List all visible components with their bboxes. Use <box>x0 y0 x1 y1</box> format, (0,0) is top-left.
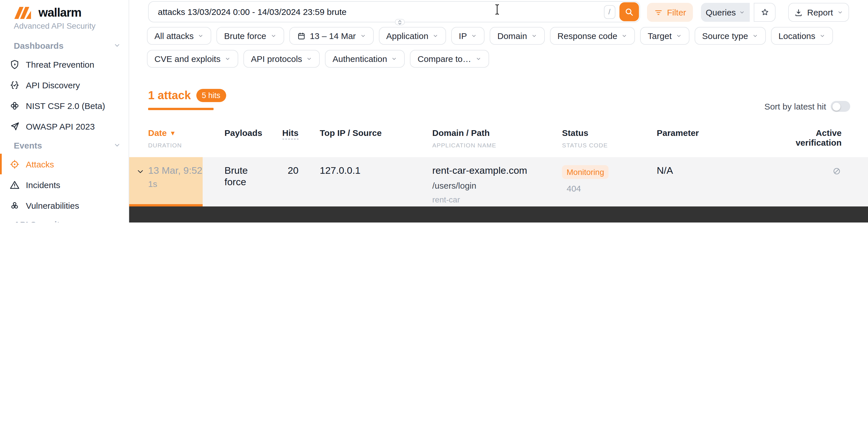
sidebar-item-owasp-api-2023[interactable]: OWASP API 2023 <box>0 116 129 136</box>
column-hits[interactable]: Hits <box>266 122 299 157</box>
filter-chip-locations[interactable]: Locations <box>771 27 833 45</box>
filter-chip-domain[interactable]: Domain <box>490 27 545 45</box>
attack-path: /users/login <box>432 181 562 191</box>
chevron-down-icon <box>837 9 843 15</box>
column-top-ip-source[interactable]: Top IP / Source <box>320 122 432 157</box>
filter-chip-cve-and-exploits[interactable]: CVE and exploits <box>147 50 238 68</box>
chevron-down-icon <box>471 33 477 39</box>
filter-icon <box>654 8 663 17</box>
sidebar-item-attacks[interactable]: Attacks <box>0 154 129 174</box>
filter-chip-target[interactable]: Target <box>640 27 689 45</box>
attack-hits: 20 <box>266 157 299 206</box>
chevron-down-icon <box>752 33 758 39</box>
sort-by-latest-hit: Sort by latest hit <box>764 101 850 112</box>
req-column-date[interactable]: Date▼ <box>326 222 389 222</box>
filter-chip-authentication[interactable]: Authentication <box>325 50 405 68</box>
sort-toggle[interactable] <box>831 101 850 112</box>
chevron-down-icon <box>270 33 276 39</box>
column-status[interactable]: Status STATUS CODE <box>562 122 657 157</box>
search-bar: / <box>148 1 640 22</box>
sidebar-item-api-discovery[interactable]: API Discovery <box>0 74 129 95</box>
collapse-icon[interactable] <box>136 168 144 175</box>
column-active-verification[interactable]: Active verification <box>792 122 856 157</box>
main-content: / Filter Queries Report <box>129 0 868 222</box>
attack-application: rent-car <box>432 195 562 204</box>
filter-chip-response-code[interactable]: Response code <box>550 27 635 45</box>
filter-chip-brute-force[interactable]: Brute force <box>217 27 284 45</box>
attack-payloads: Brute force <box>224 157 266 206</box>
search-expand-handle[interactable] <box>395 19 405 25</box>
filter-chip-ip[interactable]: IP <box>451 27 485 45</box>
favorite-button[interactable] <box>754 3 776 22</box>
target-icon <box>9 159 20 169</box>
req-column-time[interactable]: Time ms <box>732 222 795 222</box>
req-column-source[interactable]: Source <box>501 222 597 222</box>
attacks-tab[interactable]: 1 attack 5 hits <box>148 89 226 102</box>
star-icon <box>760 7 770 17</box>
filter-chip-application[interactable]: Application <box>379 27 446 45</box>
attack-status-code: 404 <box>562 183 657 193</box>
wallarm-logo-icon <box>14 6 34 20</box>
filter-chip-compare-to[interactable]: Compare to… <box>410 50 489 68</box>
chevron-down-icon <box>113 141 121 149</box>
column-payloads[interactable]: Payloads <box>224 122 266 157</box>
calendar-icon <box>297 31 306 40</box>
report-button[interactable]: Report <box>788 3 849 22</box>
sidebar-item-vulnerabilities[interactable]: Vulnerabilities <box>0 195 129 216</box>
filter-chips-row-1: All attacksBrute force13 – 14 MarApplica… <box>147 27 833 45</box>
queries-button[interactable]: Queries <box>701 3 750 22</box>
filter-chip-all-attacks[interactable]: All attacks <box>147 27 212 45</box>
sidebar-section-dashboards[interactable]: Dashboards <box>0 37 129 54</box>
column-domain-path[interactable]: Domain / Path APPLICATION NAME <box>432 122 562 157</box>
column-date[interactable]: Date▼ DURATION <box>129 122 203 157</box>
queries-group: Queries <box>701 3 776 22</box>
attack-date-cell[interactable]: 13 Mar, 9:52 1s <box>129 157 203 206</box>
wallarm-console: wallarm Advanced API Security Dashboards… <box>0 0 868 222</box>
sort-desc-icon: ▼ <box>169 130 176 136</box>
four-petals-icon <box>9 100 20 111</box>
attack-details-panel: 5 requests Trigger: MB BF-Test 13 Mar, 9… <box>129 206 868 222</box>
sidebar-section-events[interactable]: Events <box>0 136 129 154</box>
attack-active-verification <box>792 157 856 206</box>
sidebar-item-threat-prevention[interactable]: Threat Prevention <box>0 54 129 74</box>
req-column-domain[interactable]: Domain/Path <box>389 222 501 222</box>
warning-triangle-icon <box>9 179 20 190</box>
req-column-size[interactable]: Size B <box>691 222 732 222</box>
paper-plane-icon <box>9 121 20 132</box>
chevron-down-icon <box>676 33 682 39</box>
filter-chip-13-14-mar[interactable]: 13 – 14 Mar <box>289 27 373 45</box>
chevron-down-icon <box>432 33 439 39</box>
filter-chip-source-type[interactable]: Source type <box>694 27 766 45</box>
mouse-cursor <box>494 4 500 15</box>
product-subtitle: Advanced API Security <box>14 21 96 30</box>
sidebar-item-incidents[interactable]: Incidents <box>0 174 129 195</box>
req-column-status[interactable]: Status <box>597 222 641 222</box>
download-icon <box>794 8 803 17</box>
req-column-code[interactable]: Code <box>641 222 691 222</box>
filter-chip-api-protocols[interactable]: API protocols <box>243 50 320 68</box>
attack-domain: rent-car-example.com <box>432 165 562 177</box>
sidebar-section-api-security[interactable]: API Security <box>0 216 129 222</box>
sidebar-item-nist-csf-2-0-beta[interactable]: NIST CSF 2.0 (Beta) <box>0 95 129 116</box>
filter-button[interactable]: Filter <box>647 3 693 22</box>
chevron-down-icon <box>475 56 482 62</box>
shortcut-hint: / <box>603 5 615 19</box>
chevron-down-icon <box>819 33 826 39</box>
attack-row[interactable]: 13 Mar, 9:52 1s Brute force 20 127.0.0.1… <box>129 157 868 206</box>
search-input[interactable] <box>149 7 603 16</box>
chevron-down-icon <box>224 56 231 62</box>
column-parameter[interactable]: Parameter <box>657 122 792 157</box>
attack-duration: 1s <box>148 179 203 189</box>
ban-icon <box>832 166 842 176</box>
attacks-table-header: Date▼ DURATION Payloads Hits Top IP / So… <box>129 122 868 157</box>
chevron-down-icon <box>113 41 121 49</box>
logo[interactable]: wallarm <box>14 6 81 20</box>
attack-top-ip: 127.0.0.1 <box>320 157 432 206</box>
braces-check-icon <box>9 79 20 90</box>
chevron-down-icon <box>621 33 628 39</box>
filter-chips-row-2: CVE and exploitsAPI protocolsAuthenticat… <box>147 50 489 68</box>
search-icon <box>624 7 634 17</box>
search-button[interactable] <box>619 2 639 21</box>
attack-parameter: N/A <box>657 157 792 206</box>
chevron-down-icon <box>360 33 366 39</box>
